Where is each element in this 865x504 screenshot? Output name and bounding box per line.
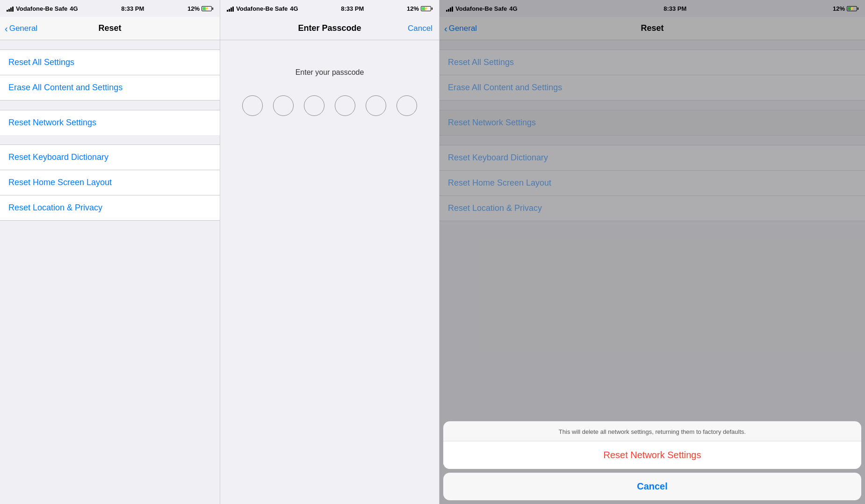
left-status-right: 12% ⚡: [187, 5, 213, 12]
center-nav-bar: Enter Passcode Cancel: [220, 17, 439, 40]
passcode-dot-4: [335, 95, 355, 116]
left-network: 4G: [70, 5, 78, 12]
left-item-erase-all-content[interactable]: Erase All Content and Settings: [0, 75, 220, 101]
passcode-dot-5: [366, 95, 386, 116]
left-section-gap-1: [0, 101, 220, 110]
center-status-bar: Vodafone-Be Safe 4G 8:33 PM 12% ⚡: [220, 0, 439, 17]
right-panel: Vodafone-Be Safe 4G 8:33 PM 12% ⚡ ‹ Gene…: [440, 0, 865, 504]
center-battery-pct: 12%: [407, 5, 419, 12]
left-item-reset-keyboard-dictionary[interactable]: Reset Keyboard Dictionary: [0, 144, 220, 170]
bar4: [12, 7, 14, 12]
center-status-left: Vodafone-Be Safe 4G: [227, 5, 298, 12]
action-sheet-cancel-button[interactable]: Cancel: [443, 473, 861, 500]
left-signal-bars: [7, 6, 14, 12]
bar1: [7, 10, 8, 12]
center-signal-bars: [227, 6, 234, 12]
left-item-reset-location-privacy[interactable]: Reset Location & Privacy: [0, 195, 220, 221]
left-item-reset-home-screen-layout[interactable]: Reset Home Screen Layout: [0, 170, 220, 195]
left-nav-title: Reset: [98, 23, 121, 33]
center-cancel-button[interactable]: Cancel: [408, 24, 432, 33]
left-carrier: Vodafone-Be Safe: [16, 5, 67, 12]
passcode-container: Enter your passcode: [220, 40, 439, 504]
action-sheet-overlay: This will delete all network settings, r…: [440, 0, 865, 504]
passcode-dot-3: [304, 95, 324, 116]
left-battery-pct: 12%: [187, 5, 200, 12]
center-lightning: ⚡: [424, 7, 428, 11]
bar4: [232, 7, 234, 12]
bar3: [231, 7, 232, 12]
action-sheet: This will delete all network settings, r…: [440, 421, 865, 504]
right-lightning: ⚡: [850, 7, 854, 11]
action-sheet-confirm-button[interactable]: Reset Network Settings: [443, 441, 861, 469]
action-sheet-message: This will delete all network settings, r…: [443, 421, 861, 441]
center-nav-title: Enter Passcode: [298, 23, 361, 33]
center-time: 8:33 PM: [341, 5, 364, 12]
left-status-left: Vodafone-Be Safe 4G: [7, 5, 78, 12]
center-network: 4G: [290, 5, 298, 12]
left-back-button[interactable]: ‹ General: [5, 24, 37, 33]
left-item-reset-network-settings[interactable]: Reset Network Settings: [0, 110, 220, 135]
action-sheet-group: This will delete all network settings, r…: [443, 421, 861, 469]
center-status-right: 12% ⚡: [407, 5, 432, 12]
center-battery-body: ⚡: [421, 6, 431, 11]
left-time: 8:33 PM: [121, 5, 144, 12]
left-nav-bar: ‹ General Reset: [0, 17, 220, 40]
bar2: [229, 9, 230, 12]
left-back-arrow: ‹: [5, 24, 8, 33]
left-panel: Vodafone-Be Safe 4G 8:33 PM 12% ⚡ ‹ Gene…: [0, 0, 220, 504]
left-list: Reset All Settings Erase All Content and…: [0, 50, 220, 221]
passcode-dots: [242, 95, 417, 116]
passcode-dot-2: [273, 95, 294, 116]
center-carrier: Vodafone-Be Safe: [236, 5, 288, 12]
center-battery-icon: ⚡: [421, 6, 432, 11]
bar2: [8, 9, 10, 12]
passcode-prompt: Enter your passcode: [296, 68, 364, 77]
center-panel: Vodafone-Be Safe 4G 8:33 PM 12% ⚡ Enter …: [220, 0, 440, 504]
left-section-gap-2: [0, 135, 220, 144]
left-battery-icon: ⚡: [202, 6, 213, 11]
left-battery-tip: [212, 7, 213, 10]
bar3: [10, 7, 12, 12]
passcode-dot-1: [242, 95, 263, 116]
left-item-reset-all-settings[interactable]: Reset All Settings: [0, 50, 220, 75]
left-lightning: ⚡: [204, 7, 209, 11]
left-battery-body: ⚡: [202, 6, 212, 11]
left-back-label: General: [9, 24, 37, 33]
passcode-dot-6: [396, 95, 417, 116]
center-battery-tip: [432, 7, 432, 10]
bar1: [227, 10, 228, 12]
left-status-bar: Vodafone-Be Safe 4G 8:33 PM 12% ⚡: [0, 0, 220, 17]
